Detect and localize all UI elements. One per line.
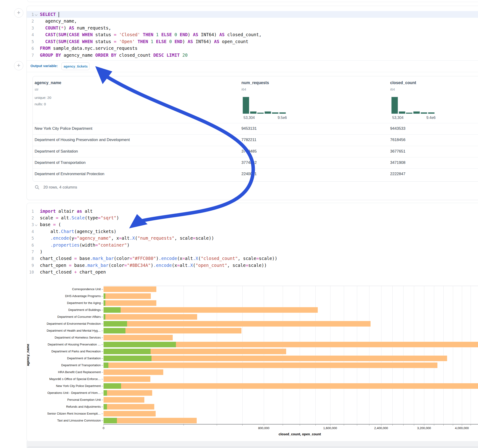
code-line[interactable]: ): [40, 249, 42, 256]
line-number: 5: [25, 39, 34, 44]
code-line[interactable]: CAST(SUM(CASE WHEN status = 'Open' THEN …: [40, 39, 248, 46]
bar-open-count: [104, 307, 121, 313]
text-caret: [59, 12, 59, 17]
x-tick-label: 4,000,000: [450, 426, 473, 430]
bar-open-count: [104, 321, 127, 327]
code-line[interactable]: agency_name,: [40, 19, 77, 25]
y-tick-label: Department of Housing Preservation …: [35, 343, 101, 346]
code-token: =: [245, 263, 248, 268]
cell-agency-name: New York City Police Department: [35, 126, 92, 131]
code-line[interactable]: chart_open = base.mark_bar(color="#8BC34…: [40, 263, 267, 269]
bar-closed-count: [104, 321, 371, 327]
code-token: scale: [40, 215, 56, 220]
code-line[interactable]: base = (: [40, 222, 61, 229]
add-cell-button[interactable]: +: [14, 61, 23, 70]
gridline: [369, 286, 369, 424]
histogram-bar: [399, 111, 405, 114]
bar-closed-count: [104, 397, 144, 403]
cell-agency-name: Department of Transportation: [35, 160, 86, 165]
y-tick-label: Personal Exemption Unit: [35, 398, 101, 401]
x-tick-label: 1,600,000: [319, 426, 342, 430]
line-number: 1: [25, 12, 34, 17]
code-line[interactable]: SELECT: [40, 12, 59, 19]
x-tick-label: 0: [92, 426, 115, 430]
code-token: [40, 32, 45, 37]
code-line[interactable]: chart_closed + chart_open: [40, 269, 106, 276]
y-tick-label: DHS Advantage Programs: [35, 294, 101, 298]
code-token: =: [193, 236, 195, 241]
code-line[interactable]: FROM sample_data.nyc.service_requests: [40, 46, 138, 53]
bar-closed-count: [104, 369, 163, 375]
code-token: alt: [180, 263, 188, 268]
bar-closed-count: [104, 404, 154, 410]
line-number: 8: [25, 256, 34, 261]
code-token: base: [40, 222, 53, 227]
y-axis-tick: [101, 310, 103, 310]
line-number: 3: [25, 26, 34, 31]
x-axis-tick: [434, 424, 434, 426]
code-token: , scale: [175, 236, 193, 241]
table-row: Department of Housing Preservation and D…: [33, 134, 478, 146]
bar-closed-count: [104, 300, 156, 306]
x-tick-label: 2,400,000: [370, 426, 393, 430]
y-tick-label: Department of Sanitation: [35, 356, 101, 360]
x-axis-tick: [403, 424, 403, 426]
column-stat: unique: 20: [35, 96, 51, 100]
output-variable-field[interactable]: agency_tickets: [61, 62, 89, 70]
y-axis-tick: [101, 344, 103, 345]
code-token: scale)): [195, 236, 214, 241]
code-token: =: [69, 263, 71, 268]
gridline: [471, 286, 471, 424]
code-token: ): [188, 32, 193, 37]
code-line[interactable]: import altair as alt: [40, 209, 93, 215]
code-line[interactable]: .encode(y="agency_name", x=alt.X("num_re…: [40, 236, 214, 242]
code-token: .encode: [159, 256, 177, 261]
code-line[interactable]: GROUP BY agency_name ORDER BY closed_cou…: [40, 53, 188, 59]
code-token: SUM: [58, 39, 66, 44]
code-line[interactable]: .properties(width="container"): [40, 243, 130, 249]
x-axis-tick: [424, 424, 424, 426]
table-row: Department of Transportation377489234719…: [33, 157, 478, 168]
code-token: alt: [122, 236, 130, 241]
line-number: 3: [25, 222, 34, 227]
gridline: [300, 286, 300, 424]
x-tick-label: 3,200,000: [413, 426, 436, 430]
code-token: END: [180, 32, 188, 37]
column-type: i64: [241, 87, 246, 92]
y-axis-tick: [101, 324, 103, 324]
code-line[interactable]: scale = alt.Scale(type="sqrt"): [40, 215, 119, 222]
code-token: (: [66, 39, 69, 44]
code-token: "num_requests": [138, 236, 174, 241]
code-token: =: [56, 215, 58, 220]
code-line[interactable]: alt.Chart(agency_tickets): [40, 229, 116, 236]
code-token: [40, 39, 45, 44]
code-token: [40, 25, 45, 31]
code-token: 0: [169, 39, 172, 44]
x-axis-tick: [183, 424, 184, 426]
histogram-min-label: 53,304: [392, 116, 403, 120]
x-axis-line: [104, 424, 478, 424]
code-token: +: [74, 269, 77, 274]
cell-value: 2222847: [390, 172, 405, 176]
code-line[interactable]: CAST(SUM(CASE WHEN status = 'Closed' THE…: [40, 32, 262, 39]
bar-closed-count: [104, 362, 437, 368]
code-token: (x: [172, 263, 177, 268]
code-line[interactable]: chart_closed = base.mark_bar(color="#FFC…: [40, 256, 277, 262]
code-token: [177, 32, 180, 37]
code-token: END: [175, 39, 182, 44]
gridline: [434, 286, 434, 424]
line-number: 10: [25, 270, 34, 274]
code-token: =: [95, 243, 98, 248]
code-token: status: [93, 39, 114, 44]
code-token: WHEN: [82, 39, 93, 44]
y-axis-tick: [101, 414, 103, 414]
cell-value: 7618456: [390, 137, 405, 142]
add-cell-button[interactable]: +: [14, 8, 23, 18]
code-token: =: [182, 256, 185, 261]
previous-cell-edge: [27, 0, 478, 2]
code-token: INT64): [193, 39, 214, 44]
code-token: .mark_bar: [85, 263, 109, 268]
search-icon[interactable]: [35, 185, 40, 190]
code-line[interactable]: COUNT(*) AS num_requests,: [40, 25, 111, 32]
code-token: =: [53, 222, 56, 227]
